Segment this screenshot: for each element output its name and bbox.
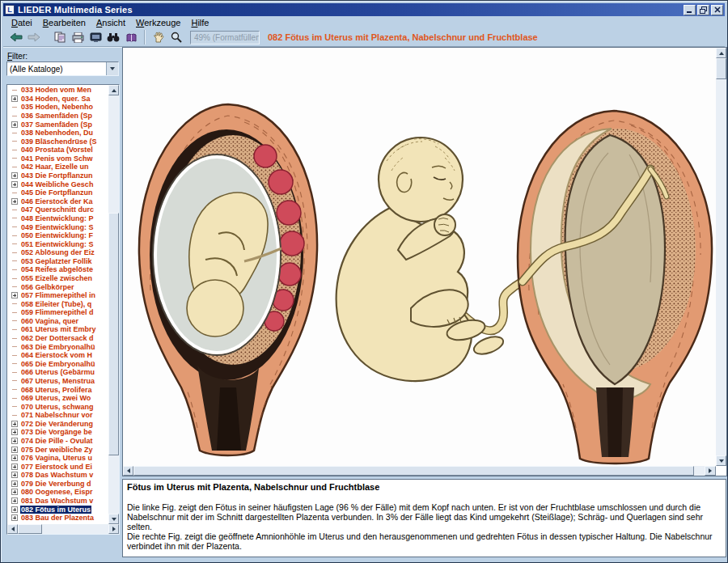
- tree-item[interactable]: 077 Eierstock und Ei: [8, 462, 108, 471]
- tree-item[interactable]: 073 Die Vorgänge be: [8, 428, 108, 437]
- tree-item[interactable]: 033 Hoden vom Men: [8, 86, 108, 95]
- tree-item[interactable]: 068 Uterus, Prolifera: [8, 385, 108, 394]
- menu-item-datei[interactable]: Datei: [6, 17, 38, 28]
- tree-item[interactable]: 036 Samenfäden (Sp: [8, 112, 108, 121]
- expand-icon[interactable]: [11, 438, 18, 444]
- tree-item[interactable]: 053 Geplatzter Follik: [8, 257, 108, 266]
- tree-hscroll-thumb[interactable]: [18, 524, 42, 534]
- search-button[interactable]: [105, 29, 121, 45]
- tree-item[interactable]: 069 Uterus, zwei Wo: [8, 394, 108, 403]
- tree-item[interactable]: 054 Reifes abgelöste: [8, 265, 108, 274]
- tree-item[interactable]: 060 Vagina, quer: [8, 317, 108, 326]
- tree-item[interactable]: 062 Der Dottersack d: [8, 334, 108, 343]
- tree-item[interactable]: 040 Prostata (Vorstel: [8, 146, 108, 155]
- scroll-up-button[interactable]: [716, 48, 726, 58]
- tree-item[interactable]: 081 Das Wachstum v: [8, 497, 108, 506]
- expand-icon[interactable]: [11, 472, 18, 478]
- tree-item[interactable]: 056 Gelbkörper: [8, 282, 108, 291]
- tree-item[interactable]: 061 Uterus mit Embry: [8, 325, 108, 334]
- tree-item[interactable]: 057 Flimmerepithel in: [8, 291, 108, 300]
- tree-item[interactable]: 076 Vagina, Uterus u: [8, 454, 108, 463]
- tree-item[interactable]: 064 Eierstock vom H: [8, 351, 108, 360]
- forward-button[interactable]: [26, 29, 42, 45]
- expand-icon[interactable]: [11, 421, 18, 427]
- tree-item[interactable]: 066 Uterus (Gebärmu: [8, 368, 108, 377]
- expand-icon[interactable]: [11, 480, 18, 487]
- tree-hscrollbar[interactable]: [7, 524, 119, 534]
- tree-item[interactable]: 079 Die Vererbung d: [8, 480, 108, 489]
- tree-item[interactable]: 051 Eientwicklung: S: [8, 239, 108, 248]
- tree-item[interactable]: 035 Hoden, Nebenho: [8, 103, 108, 112]
- minimize-button[interactable]: [684, 5, 696, 15]
- tree-item[interactable]: 055 Eizelle zwischen: [8, 274, 108, 283]
- tree-item[interactable]: 065 Die Embryonalhü: [8, 360, 108, 369]
- scroll-down-button[interactable]: [108, 514, 119, 524]
- dropdown-button[interactable]: [106, 62, 118, 75]
- scroll-down-button[interactable]: [716, 455, 726, 466]
- image-vscroll-thumb[interactable]: [716, 58, 726, 79]
- expand-icon[interactable]: [11, 198, 18, 205]
- expand-icon[interactable]: [11, 292, 18, 298]
- tree-item[interactable]: 075 Der weibliche Zy: [8, 445, 108, 454]
- scroll-left-button[interactable]: [123, 466, 133, 476]
- restore-button[interactable]: [697, 5, 709, 15]
- tree-item[interactable]: 042 Haar, Eizelle un: [8, 163, 108, 171]
- image-canvas[interactable]: [123, 48, 716, 466]
- tree-item[interactable]: 050 Eientwicklung: F: [8, 231, 108, 240]
- tree-item[interactable]: 082 Fötus im Uterus: [8, 505, 108, 514]
- help-book-button[interactable]: [123, 29, 139, 45]
- tree-item[interactable]: 080 Oogenese, Eispr: [8, 488, 108, 497]
- tree-item[interactable]: 039 Bläschendrüse (S: [8, 137, 108, 146]
- tree-item[interactable]: 045 Die Fortpflanzun: [8, 188, 108, 197]
- expand-icon[interactable]: [11, 464, 18, 470]
- copy-button[interactable]: [52, 29, 68, 45]
- menu-item-ansicht[interactable]: Ansicht: [91, 17, 131, 28]
- image-vscrollbar[interactable]: [716, 48, 726, 466]
- expand-icon[interactable]: [11, 121, 18, 128]
- expand-icon[interactable]: [11, 95, 18, 102]
- tree-item[interactable]: 078 Das Wachstum v: [8, 471, 108, 480]
- scroll-up-button[interactable]: [108, 85, 119, 95]
- tree-item[interactable]: 043 Die Fortpflanzun: [8, 171, 108, 180]
- image-hscrollbar[interactable]: [123, 466, 716, 476]
- menu-item-bearbeiten[interactable]: Bearbeiten: [38, 17, 91, 28]
- presentation-button[interactable]: [87, 29, 104, 45]
- tree-item[interactable]: 058 Eileiter (Tube), q: [8, 299, 108, 308]
- tree-item[interactable]: 044 Weibliche Gesch: [8, 180, 108, 188]
- menu-item-werkzeuge[interactable]: Werkzeuge: [131, 17, 186, 28]
- tree-item[interactable]: 052 Ablösung der Eiz: [8, 248, 108, 257]
- close-button[interactable]: [711, 5, 723, 15]
- tree-item[interactable]: 063 Die Embryonalhü: [8, 342, 108, 351]
- title-bar[interactable]: L LIEDER Multimedia Series: [3, 3, 725, 16]
- tree-vscroll-thumb[interactable]: [108, 213, 119, 455]
- zoom-tool-button[interactable]: [168, 29, 184, 45]
- tree-item[interactable]: 041 Penis vom Schw: [8, 155, 108, 163]
- expand-icon[interactable]: [11, 506, 18, 513]
- tree-item[interactable]: 034 Hoden, quer. Sa: [8, 95, 108, 104]
- catalog-filter-dropdown[interactable]: (Alle Kataloge): [6, 61, 119, 76]
- image-hscroll-thumb[interactable]: [133, 466, 694, 476]
- back-button[interactable]: [8, 29, 24, 45]
- tree-item[interactable]: 037 Samenfäden (Sp: [8, 120, 108, 129]
- expand-icon[interactable]: [11, 489, 18, 495]
- tree-item[interactable]: 059 Flimmerepithel d: [8, 308, 108, 317]
- tree-item[interactable]: 071 Nabelschnur vor: [8, 411, 108, 420]
- tree-item[interactable]: 074 Die Pille - Ovulat: [8, 437, 108, 446]
- scroll-right-button[interactable]: [108, 524, 119, 534]
- print-button[interactable]: [70, 29, 86, 45]
- tree-item[interactable]: 072 Die Veränderung: [8, 420, 108, 429]
- tree-item[interactable]: 067 Uterus, Menstrua: [8, 377, 108, 386]
- menu-item-hilfe[interactable]: Hilfe: [186, 17, 214, 28]
- tree-item[interactable]: 048 Eientwicklung: P: [8, 214, 108, 223]
- expand-icon[interactable]: [11, 497, 18, 504]
- tree-item[interactable]: 047 Querschnitt durc: [8, 205, 108, 214]
- tree-item[interactable]: 046 Eierstock der Ka: [8, 197, 108, 206]
- tree-item[interactable]: 049 Eientwicklung: S: [8, 222, 108, 231]
- expand-icon[interactable]: [11, 447, 18, 453]
- expand-icon[interactable]: [11, 429, 18, 435]
- expand-icon[interactable]: [11, 455, 18, 461]
- scroll-right-button[interactable]: [705, 466, 716, 476]
- tree-item[interactable]: 083 Bau der Plazenta: [8, 514, 108, 523]
- tree-item[interactable]: 070 Uterus, schwang: [8, 402, 108, 411]
- zoom-level-field[interactable]: 49% (Formatfüllend): [190, 31, 260, 44]
